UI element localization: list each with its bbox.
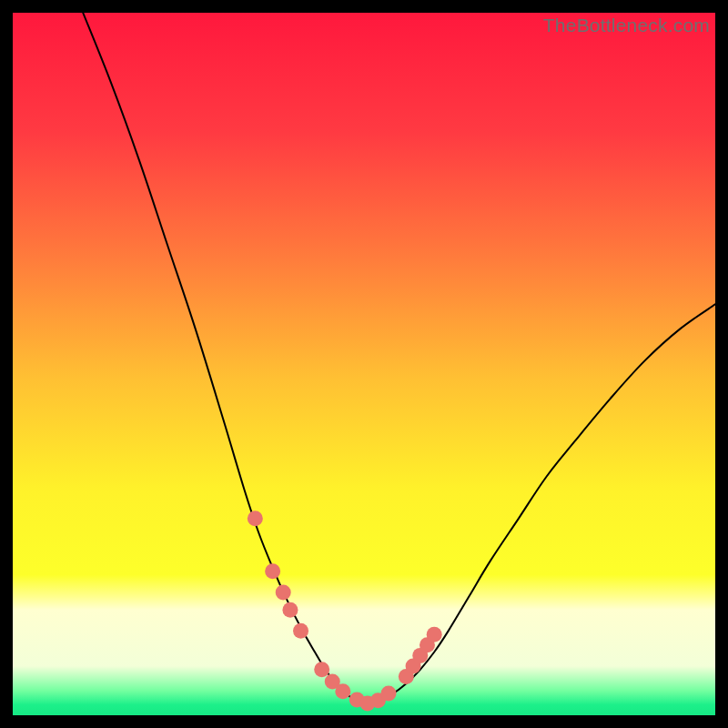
chart-frame: TheBottleneck.com: [13, 13, 715, 715]
data-point: [427, 627, 442, 642]
bottleneck-chart: [13, 13, 715, 715]
data-point: [335, 683, 350, 699]
heat-gradient-background: [13, 13, 715, 715]
data-point: [248, 511, 263, 526]
data-point: [276, 584, 291, 600]
data-point: [265, 563, 280, 579]
watermark-text: TheBottleneck.com: [543, 15, 710, 36]
data-point: [293, 623, 308, 639]
data-point: [314, 662, 329, 677]
data-point: [282, 602, 298, 618]
data-point: [381, 686, 397, 702]
